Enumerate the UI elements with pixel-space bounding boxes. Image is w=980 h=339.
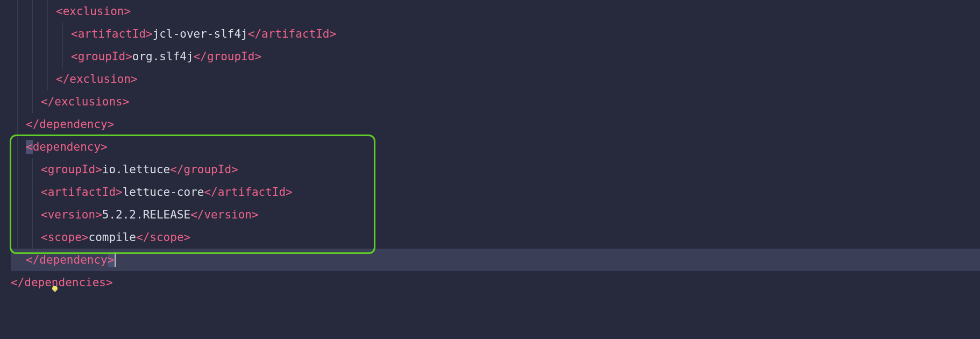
code-line[interactable]: </exclusion> bbox=[11, 68, 980, 90]
xml-tag: </version> bbox=[190, 203, 258, 226]
xml-tag: <scope> bbox=[41, 226, 89, 249]
xml-tag: </scope> bbox=[136, 226, 190, 249]
xml-text: compile bbox=[89, 226, 137, 249]
bracket-match: < bbox=[26, 140, 33, 154]
xml-tag: </dependency> bbox=[26, 113, 114, 136]
xml-tag: </groupId> bbox=[170, 158, 238, 181]
xml-tag: </groupId> bbox=[194, 45, 261, 68]
xml-tag: </artifactId> bbox=[248, 23, 336, 45]
xml-tag: <groupId> bbox=[71, 45, 132, 68]
text-cursor bbox=[115, 252, 116, 267]
code-line[interactable]: </exclusions> bbox=[11, 90, 980, 113]
svg-rect-1 bbox=[54, 291, 56, 292]
code-line[interactable]: <scope>compile</scope> bbox=[11, 226, 980, 249]
code-line[interactable]: <groupId>io.lettuce</groupId> bbox=[11, 158, 980, 181]
xml-text: jcl-over-slf4j bbox=[153, 23, 248, 45]
xml-text: io.lettuce bbox=[102, 158, 170, 181]
code-line[interactable]: <exclusion> bbox=[11, 0, 980, 23]
intention-bulb-icon[interactable] bbox=[10, 256, 18, 264]
code-line[interactable]: <version>5.2.2.RELEASE</version> bbox=[11, 203, 980, 226]
code-editor[interactable]: <exclusion> <artifactId>jcl-over-slf4j</… bbox=[0, 0, 980, 294]
xml-text: org.slf4j bbox=[132, 45, 194, 68]
code-line-active[interactable]: </dependency> bbox=[11, 249, 980, 271]
code-line[interactable]: </dependency> bbox=[11, 113, 980, 136]
bracket-match: > bbox=[108, 253, 115, 267]
code-line[interactable]: <artifactId>jcl-over-slf4j</artifactId> bbox=[11, 23, 980, 45]
xml-tag: <artifactId> bbox=[41, 181, 123, 203]
xml-tag: </exclusion> bbox=[56, 68, 138, 90]
code-line[interactable]: <dependency> bbox=[11, 136, 980, 158]
xml-tag: <artifactId> bbox=[71, 23, 153, 45]
xml-tag: <groupId> bbox=[41, 158, 102, 181]
xml-text: 5.2.2.RELEASE bbox=[102, 203, 190, 226]
code-line[interactable]: <groupId>org.slf4j</groupId> bbox=[11, 45, 980, 68]
xml-tag: <exclusion> bbox=[56, 0, 131, 23]
xml-tag: <version> bbox=[41, 203, 102, 226]
code-line[interactable]: </dependencies> bbox=[11, 271, 980, 294]
xml-tag: </artifactId> bbox=[204, 181, 292, 203]
xml-tag: </dependency> bbox=[26, 249, 114, 271]
code-line[interactable]: <artifactId>lettuce-core</artifactId> bbox=[11, 181, 980, 203]
xml-tag: </exclusions> bbox=[41, 90, 129, 113]
xml-text: lettuce-core bbox=[123, 181, 204, 203]
xml-tag: <dependency> bbox=[26, 136, 108, 158]
svg-point-0 bbox=[52, 286, 58, 291]
